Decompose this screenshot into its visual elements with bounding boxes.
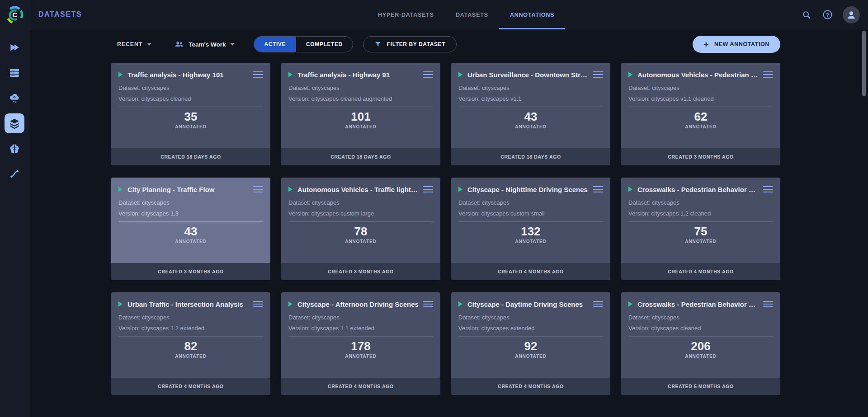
play-icon <box>628 301 632 307</box>
svg-text:?: ? <box>826 12 829 18</box>
annotation-card[interactable]: Cityscape - Afternoon Driving Scenes Dat… <box>281 292 440 395</box>
card-menu-icon[interactable] <box>253 185 263 194</box>
card-menu-icon[interactable] <box>253 300 263 309</box>
annotation-card[interactable]: Crosswalks - Pedestrian Behavior P… Data… <box>621 178 780 280</box>
annotated-label: ANNOTATED <box>458 354 603 359</box>
card-created-footer: CREATED 4 MONTHS AGO <box>111 378 270 395</box>
annotated-label: ANNOTATED <box>628 354 773 359</box>
card-title: Traffic analysis - Highway 101 <box>127 71 249 79</box>
user-avatar[interactable] <box>843 6 860 23</box>
card-menu-icon[interactable] <box>593 300 603 309</box>
search-icon[interactable] <box>801 9 812 20</box>
new-annotation-button[interactable]: + NEW ANNOTATION <box>693 36 780 53</box>
annotation-card[interactable]: City Planning - Traffic Flow Dataset: ci… <box>111 178 270 280</box>
help-icon[interactable]: ? <box>822 9 833 20</box>
play-icon <box>628 72 632 77</box>
play-icon <box>118 72 123 77</box>
card-stats: 178 ANNOTATED <box>288 339 433 359</box>
annotation-card[interactable]: Traffic analysis - Highway 91 Dataset: c… <box>281 63 440 165</box>
datasets-icon <box>9 117 20 129</box>
card-menu-icon[interactable] <box>763 300 773 309</box>
annotation-card[interactable]: Traffic analysis - Highway 101 Dataset: … <box>111 63 270 165</box>
card-stats: 82 ANNOTATED <box>118 339 263 359</box>
card-divider <box>118 221 263 222</box>
tab-annotations[interactable]: ANNOTATIONS <box>499 0 566 29</box>
dataset-prefix: Dataset: <box>288 199 310 206</box>
card-menu-icon[interactable] <box>423 185 433 194</box>
card-version-line: Version: cityscapes v1.1 cleaned <box>628 95 773 102</box>
annotation-card[interactable]: Cityscape - Nighttime Driving Scenes Dat… <box>451 178 610 280</box>
card-menu-icon[interactable] <box>763 185 773 194</box>
annotated-label: ANNOTATED <box>458 124 603 129</box>
card-stats: 35 ANNOTATED <box>118 110 263 129</box>
card-dataset-line: Dataset: cityscapes <box>628 84 773 91</box>
sidebar-item-projects[interactable] <box>5 37 24 57</box>
card-title: Crosswalks - Pedestrian Behavior P… <box>637 300 759 308</box>
card-header: Autonomous Vehicles - Traffic light … <box>288 183 433 195</box>
scrollbar-thumb[interactable] <box>862 31 866 96</box>
card-menu-icon[interactable] <box>763 70 773 80</box>
card-menu-icon[interactable] <box>593 185 603 194</box>
card-divider <box>628 107 773 107</box>
annotation-card[interactable]: Cityscape - Daytime Driving Scenes Datas… <box>451 292 610 395</box>
card-created-footer: CREATED 3 MONTHS AGO <box>111 263 270 280</box>
annotated-count: 43 <box>458 110 603 123</box>
toggle-completed[interactable]: COMPLETED <box>296 37 353 52</box>
annotation-card[interactable]: Crosswalks - Pedestrian Behavior P… Data… <box>621 292 780 395</box>
new-annotation-label: NEW ANNOTATION <box>714 41 769 47</box>
card-header: Cityscape - Daytime Driving Scenes <box>458 298 603 310</box>
play-icon <box>288 301 292 307</box>
toggle-active[interactable]: ACTIVE <box>254 37 296 52</box>
card-menu-icon[interactable] <box>423 70 433 80</box>
card-title: Cityscape - Afternoon Driving Scenes <box>297 300 419 308</box>
app-logo[interactable]: C <box>0 0 29 29</box>
version-value: cityscapes cleaned augmented <box>311 95 392 102</box>
annotation-card[interactable]: Autonomous Vehicles - Pedestrian … Datas… <box>621 63 780 165</box>
version-prefix: Version: <box>118 325 140 332</box>
card-stats: 206 ANNOTATED <box>628 339 773 359</box>
tab-hyper-datasets[interactable]: HYPER-DATASETS <box>367 0 445 29</box>
sidebar-item-models[interactable] <box>5 139 24 159</box>
annotated-count: 101 <box>288 110 433 123</box>
card-menu-icon[interactable] <box>253 70 263 80</box>
annotation-card[interactable]: Autonomous Vehicles - Traffic light … Da… <box>281 178 440 280</box>
card-menu-icon[interactable] <box>593 70 603 80</box>
sidebar-item-applications[interactable] <box>5 88 24 108</box>
tab-datasets[interactable]: DATASETS <box>445 0 499 29</box>
sidebar-item-pipelines[interactable] <box>5 164 24 184</box>
card-divider <box>628 336 773 337</box>
play-icon <box>288 72 292 77</box>
card-created-footer: CREATED 4 MONTHS AGO <box>451 378 610 395</box>
card-created-footer: CREATED 3 MONTHS AGO <box>281 263 440 280</box>
card-stats: 132 ANNOTATED <box>458 225 603 244</box>
version-value: cityscapes cleaned <box>142 95 191 102</box>
card-created-footer: CREATED 3 MONTHS AGO <box>621 148 780 165</box>
annotated-count: 75 <box>628 225 773 238</box>
version-prefix: Version: <box>628 210 650 217</box>
card-menu-icon[interactable] <box>423 300 433 309</box>
dataset-prefix: Dataset: <box>458 199 480 206</box>
card-created-footer: CREATED 18 DAYS AGO <box>281 148 440 165</box>
card-divider <box>118 107 263 107</box>
scope-dropdown[interactable]: Team's Work <box>174 39 235 49</box>
play-icon <box>288 187 292 192</box>
card-stats: 92 ANNOTATED <box>458 339 603 359</box>
card-stats: 78 ANNOTATED <box>288 225 433 244</box>
card-divider <box>458 221 603 222</box>
card-header: Urban Surveillance - Downtown Stre… <box>458 69 603 80</box>
play-icon <box>628 187 632 192</box>
card-version-line: Version: cityscapes 1.2 extended <box>118 325 263 332</box>
filter-by-dataset-button[interactable]: FILTER BY DATASET <box>363 36 457 52</box>
sidebar-item-datasets[interactable] <box>5 113 24 133</box>
annotation-card[interactable]: Urban Traffic - Intersection Analysis Da… <box>111 292 270 395</box>
annotation-card[interactable]: Urban Surveillance - Downtown Stre… Data… <box>451 63 610 165</box>
version-value: cityscapes 1.1 extended <box>311 325 374 332</box>
dataset-value: cityscapes <box>652 84 679 91</box>
annotated-label: ANNOTATED <box>118 354 263 359</box>
sidebar-item-workers-queues[interactable] <box>5 63 24 83</box>
applications-icon <box>9 92 20 104</box>
sort-dropdown[interactable]: RECENT <box>111 41 151 47</box>
dataset-value: cityscapes <box>142 84 170 91</box>
sort-label: RECENT <box>117 41 142 47</box>
card-created-footer: CREATED 4 MONTHS AGO <box>281 378 440 395</box>
